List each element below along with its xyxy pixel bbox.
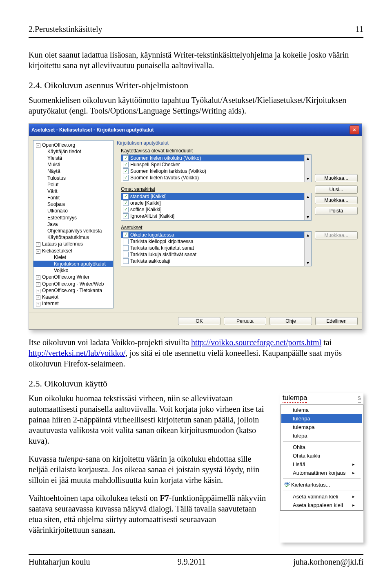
scroll-down-icon[interactable]: ▾ bbox=[307, 214, 309, 220]
context-menu[interactable]: tulema tulenpa tulemapa tulepa Ohita Ohi… bbox=[280, 404, 363, 511]
section-2.5-p1: Kun oikoluku huomaa tekstissäsi virheen,… bbox=[29, 393, 269, 446]
settings-tree[interactable]: −OpenOffice.org Käyttäjän tiedot Yleistä… bbox=[33, 140, 114, 309]
suggestion-item[interactable]: tulepa bbox=[281, 431, 362, 440]
scroll-up-icon[interactable]: ▴ bbox=[307, 232, 309, 238]
set-paragraph-language-item[interactable]: Aseta kappaleen kieli▸ bbox=[281, 501, 362, 509]
spellcheck-icon: ABC bbox=[284, 481, 291, 488]
previous-button[interactable]: Edellinen bbox=[315, 317, 358, 325]
footer-right: juha.korhonen@jkl.fi bbox=[293, 557, 363, 567]
options-listbox[interactable]: ✓Oikolue kirjoittaessa Tarkista kieliopp… bbox=[121, 231, 312, 266]
chevron-right-icon: ▸ bbox=[352, 470, 355, 476]
suggestion-item-selected[interactable]: tulenpa bbox=[281, 414, 362, 423]
modules-label: Käytettävissä olevat kielimoduulit bbox=[121, 148, 312, 154]
add-item[interactable]: Lisää▸ bbox=[281, 460, 362, 469]
ignore-all-item[interactable]: Ohita kaikki bbox=[281, 451, 362, 460]
toprow-s: s bbox=[358, 394, 361, 403]
tree-item-writing-aids: Kirjoituksen aputyökalut bbox=[33, 261, 113, 267]
modules-listbox[interactable]: ✓Suomen kielen oikoluku (Voikko) ✓Hunspe… bbox=[121, 154, 312, 182]
new-dictionary-button[interactable]: Uusi... bbox=[315, 185, 358, 194]
scroll-up-icon[interactable]: ▴ bbox=[307, 194, 309, 199]
help-button[interactable]: Ohje bbox=[270, 317, 312, 325]
section-2.5-heading: 2.5. Oikoluvun käyttö bbox=[29, 378, 363, 390]
writing-aids-group-label: Kirjoituksen aputyökalut bbox=[117, 140, 358, 146]
section-2.4-heading: 2.4. Oikoluvun asennus Writer-ohjelmisto… bbox=[29, 80, 363, 92]
footer-rule bbox=[29, 554, 363, 555]
modify-modules-button[interactable]: Muokkaa... bbox=[315, 174, 358, 182]
autocorrect-item[interactable]: Automaattinen korjaus▸ bbox=[281, 469, 362, 477]
intro-paragraph: Kun olet saanut ladattua lisäosan, käynn… bbox=[29, 49, 363, 71]
dictionaries-label: Omat sanakirjat bbox=[121, 186, 312, 192]
chevron-right-icon: ▸ bbox=[352, 503, 355, 508]
misspelled-word: tulempa bbox=[283, 394, 307, 403]
suggestion-item[interactable]: tulema bbox=[281, 406, 362, 414]
svg-text:ABC: ABC bbox=[284, 482, 290, 485]
scroll-up-icon[interactable]: ▴ bbox=[307, 155, 309, 161]
voikko-ports-link[interactable]: http://voikko.sourceforge.net/ports.html bbox=[191, 338, 321, 347]
set-selection-language-item[interactable]: Aseta valinnan kieli▸ bbox=[281, 492, 362, 501]
settings-dialog-screenshot: Asetukset - Kieliasetukset - Kirjoitukse… bbox=[29, 123, 362, 330]
delete-dictionary-button[interactable]: Poista bbox=[315, 207, 358, 215]
chevron-right-icon: ▸ bbox=[352, 462, 355, 467]
voikko-download-paragraph: Itse oikoluvun voi ladata Voikko-projekt… bbox=[29, 337, 363, 369]
ok-button[interactable]: OK bbox=[178, 317, 220, 325]
page-section-title: 2.Perustekstinkäsittely bbox=[29, 25, 102, 34]
scroll-down-icon[interactable]: ▾ bbox=[307, 176, 309, 181]
footer-left: Huhtaharjun koulu bbox=[29, 557, 90, 567]
spellcheck-context-menu-screenshot: tulempa s tulema tulenpa tulemapa tulepa… bbox=[280, 393, 363, 543]
footer-center: 9.9.2011 bbox=[178, 557, 206, 567]
suggestion-item[interactable]: tulemapa bbox=[281, 423, 362, 431]
scroll-down-icon[interactable]: ▾ bbox=[307, 260, 309, 266]
section-2.4-body: Suomenkielisen oikoluvun käyttöönotto ta… bbox=[29, 95, 363, 116]
cancel-button[interactable]: Peruuta bbox=[224, 317, 266, 325]
modify-dictionary-button[interactable]: Muokkaa... bbox=[315, 196, 358, 204]
header-rule bbox=[29, 37, 363, 38]
section-2.5-p2: Kuvassa tulenpa-sana on kirjoitettu väär… bbox=[29, 453, 269, 485]
dictionaries-listbox[interactable]: ✓standard [Kaikki] ✓oracle [Kaikki] ✓sof… bbox=[121, 193, 312, 221]
modify-option-button: Muokkaa... bbox=[315, 231, 358, 239]
ignore-item[interactable]: Ohita bbox=[281, 443, 362, 451]
page-number: 11 bbox=[356, 25, 363, 34]
chevron-right-icon: ▸ bbox=[352, 494, 355, 499]
verteksi-voikko-link[interactable]: http://verteksi.net/lab/voikko/ bbox=[29, 348, 125, 357]
section-2.5-p3: Vaihtoehtoinen tapa oikolukea teksti on … bbox=[29, 493, 269, 535]
spellcheck-item[interactable]: ABC Kielentarkistus... bbox=[281, 480, 362, 489]
dialog-title: Asetukset - Kieliasetukset - Kirjoitukse… bbox=[31, 127, 154, 133]
close-icon[interactable]: × bbox=[350, 125, 359, 134]
options-label: Asetukset bbox=[121, 225, 312, 230]
